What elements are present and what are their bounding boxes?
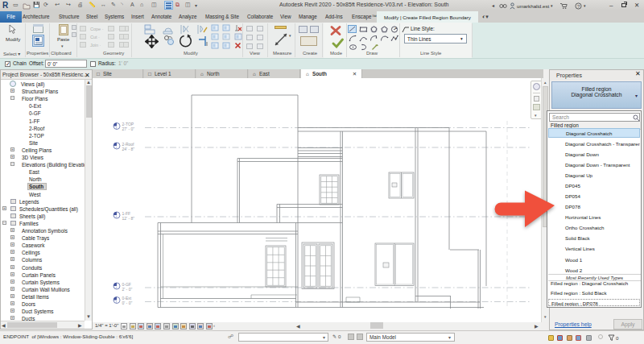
svg-text:?: ? (577, 3, 580, 8)
svg-text:2' - 0": 2' - 0" (122, 287, 133, 292)
svg-text:24' - 8": 24' - 8" (122, 147, 135, 151)
svg-text:27' - 0": 27' - 0" (122, 126, 135, 131)
svg-text:12' - 8": 12' - 8" (122, 216, 135, 221)
svg-text:0' - 0": 0' - 0" (122, 300, 133, 305)
